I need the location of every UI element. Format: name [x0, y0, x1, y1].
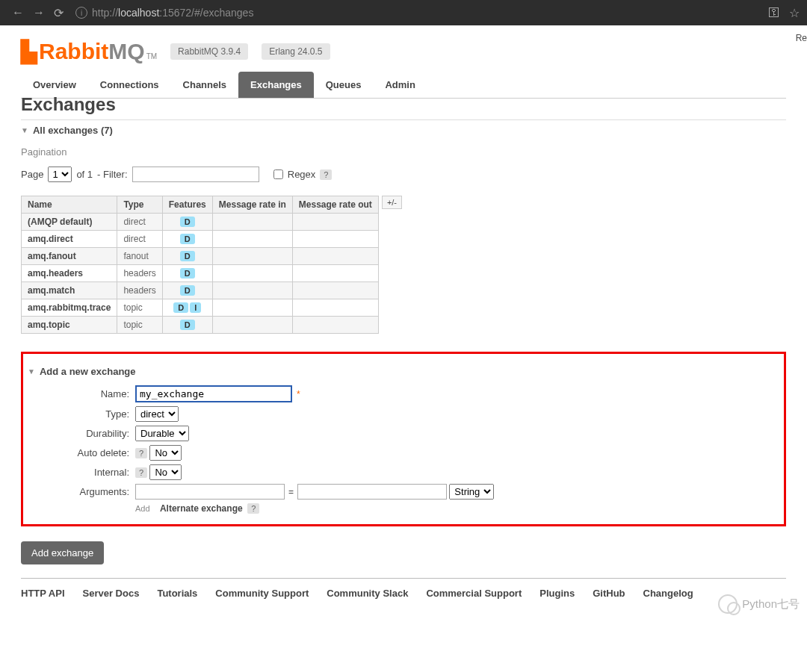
- table-row[interactable]: amq.matchheadersD: [22, 282, 379, 299]
- header: ▙ RabbitMQ TM RabbitMQ 3.9.4 Erlang 24.0…: [21, 25, 786, 72]
- feature-badge: D: [180, 251, 195, 261]
- section-all-exchanges[interactable]: ▼ All exchanges (7): [21, 119, 786, 140]
- pagination-label: Pagination: [21, 146, 786, 158]
- url-host: localhost: [118, 7, 159, 19]
- wechat-icon: [718, 594, 738, 614]
- version-badge: RabbitMQ 3.9.4: [170, 43, 248, 60]
- footer-link[interactable]: Plugins: [539, 588, 575, 599]
- logo[interactable]: ▙ RabbitMQ TM: [21, 39, 157, 64]
- arg-key-input[interactable]: [135, 484, 285, 500]
- internal-select[interactable]: No: [149, 464, 182, 480]
- rate-out: [292, 248, 378, 265]
- caret-down-icon: ▼: [28, 367, 35, 376]
- exchange-name[interactable]: amq.rabbitmq.trace: [22, 299, 117, 317]
- pager: Page 1 of 1 - Filter: Regex ?: [21, 167, 786, 182]
- exchange-name[interactable]: amq.direct: [22, 231, 117, 248]
- feature-badge: I: [190, 302, 201, 313]
- add-exchange-button[interactable]: Add exchange: [21, 541, 104, 564]
- internal-label: Internal:: [23, 467, 135, 478]
- rate-out: [292, 231, 378, 248]
- forward-icon[interactable]: →: [33, 6, 45, 19]
- th-type: Type: [117, 196, 162, 214]
- url-prefix: http://: [92, 7, 118, 19]
- caret-down-icon: ▼: [21, 126, 28, 134]
- tab-admin[interactable]: Admin: [373, 72, 427, 98]
- footer: HTTP API Server Docs Tutorials Community…: [21, 578, 786, 608]
- rate-in: [212, 265, 292, 282]
- footer-link[interactable]: Server Docs: [83, 588, 140, 599]
- reload-icon[interactable]: ⟳: [54, 6, 64, 20]
- erlang-badge: Erlang 24.0.5: [262, 43, 330, 60]
- rate-out: [292, 299, 378, 317]
- regex-checkbox[interactable]: [273, 169, 283, 179]
- exchange-features: D: [162, 265, 212, 282]
- required-mark: *: [297, 389, 300, 399]
- footer-link[interactable]: Tutorials: [157, 588, 197, 599]
- footer-link[interactable]: Community Slack: [327, 588, 408, 599]
- table-row[interactable]: (AMQP default)directD: [22, 214, 379, 231]
- table-row[interactable]: amq.rabbitmq.tracetopicDI: [22, 299, 379, 317]
- url-rest: :15672/#/exchanges: [159, 7, 253, 19]
- browser-bar: ← → ⟳ i http:// localhost :15672/#/excha…: [0, 0, 807, 25]
- arg-value-input[interactable]: [297, 484, 447, 500]
- page-label: Page: [21, 169, 43, 180]
- star-icon[interactable]: ☆: [789, 6, 800, 20]
- topright-text: Re: [796, 33, 807, 43]
- info-icon[interactable]: i: [75, 7, 87, 19]
- table-row[interactable]: amq.headersheadersD: [22, 265, 379, 282]
- exchange-features: D: [162, 214, 212, 231]
- footer-link[interactable]: Commercial Support: [426, 588, 522, 599]
- alt-ex-help[interactable]: ?: [247, 503, 259, 514]
- add-argument-link[interactable]: Add: [135, 504, 150, 513]
- filter-label: - Filter:: [97, 169, 127, 180]
- footer-link[interactable]: GitHub: [593, 588, 625, 599]
- exchange-features: D: [162, 282, 212, 299]
- regex-help[interactable]: ?: [320, 169, 332, 180]
- durability-select[interactable]: Durable: [135, 426, 189, 441]
- exchange-name[interactable]: amq.fanout: [22, 248, 117, 265]
- table-row[interactable]: amq.topictopicD: [22, 317, 379, 334]
- exchanges-table: Name Type Features Message rate in Messa…: [21, 196, 379, 334]
- exchange-name[interactable]: (AMQP default): [22, 214, 117, 231]
- exchange-type: fanout: [117, 248, 162, 265]
- footer-link[interactable]: Changelog: [643, 588, 693, 599]
- autodelete-select[interactable]: No: [149, 445, 182, 461]
- key-icon[interactable]: ⚿: [768, 6, 780, 20]
- watermark-text: Python七号: [742, 597, 800, 612]
- tab-queues[interactable]: Queues: [314, 72, 374, 98]
- footer-link[interactable]: Community Support: [215, 588, 309, 599]
- exchange-name[interactable]: amq.topic: [22, 317, 117, 334]
- tab-exchanges[interactable]: Exchanges: [238, 72, 314, 98]
- exchange-features: D: [162, 231, 212, 248]
- th-features: Features: [162, 196, 212, 214]
- section-add-exchange[interactable]: ▼ Add a new exchange: [23, 361, 784, 382]
- back-icon[interactable]: ←: [12, 6, 24, 19]
- rate-out: [292, 265, 378, 282]
- type-select[interactable]: direct: [135, 406, 179, 422]
- tab-channels[interactable]: Channels: [171, 72, 239, 98]
- name-input[interactable]: [135, 385, 292, 402]
- rate-out: [292, 214, 378, 231]
- filter-input[interactable]: [132, 167, 259, 182]
- page-select[interactable]: 1: [48, 167, 72, 182]
- table-row[interactable]: amq.directdirectD: [22, 231, 379, 248]
- watermark: Python七号: [718, 594, 800, 614]
- feature-badge: D: [180, 320, 195, 330]
- url-bar[interactable]: i http:// localhost :15672/#/exchanges: [75, 7, 253, 19]
- logo-mq: MQ: [108, 39, 144, 63]
- durability-label: Durability:: [23, 428, 135, 439]
- autodelete-help[interactable]: ?: [135, 448, 147, 458]
- internal-help[interactable]: ?: [135, 467, 147, 478]
- adjust-columns[interactable]: +/-: [382, 196, 402, 209]
- rate-out: [292, 317, 378, 334]
- table-row[interactable]: amq.fanoutfanoutD: [22, 248, 379, 265]
- footer-link[interactable]: HTTP API: [21, 588, 65, 599]
- logo-icon: ▙: [21, 40, 37, 64]
- alternate-exchange-label: Alternate exchange: [160, 503, 243, 514]
- type-label: Type:: [23, 408, 135, 420]
- feature-badge: D: [173, 302, 188, 313]
- arg-type-select[interactable]: String: [449, 484, 494, 500]
- rate-in: [212, 282, 292, 299]
- exchange-name[interactable]: amq.headers: [22, 265, 117, 282]
- exchange-name[interactable]: amq.match: [22, 282, 117, 299]
